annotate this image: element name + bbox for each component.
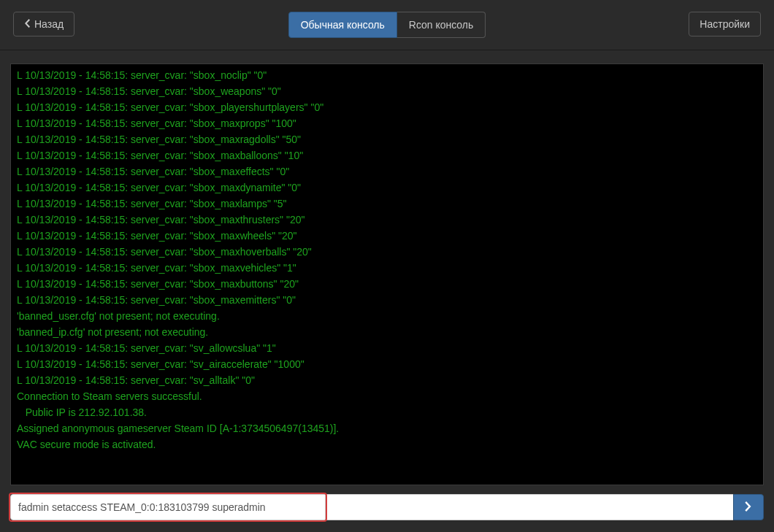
console-line: L 10/13/2019 - 14:58:15: server_cvar: "s…	[17, 212, 757, 228]
console-line: L 10/13/2019 - 14:58:15: server_cvar: "s…	[17, 372, 757, 388]
settings-label: Настройки	[700, 18, 750, 30]
chevron-right-icon	[745, 501, 752, 514]
chevron-left-icon	[24, 18, 30, 30]
tab-rcon-console[interactable]: Rcon консоль	[397, 12, 486, 38]
tab-normal-console[interactable]: Обычная консоль	[288, 12, 397, 38]
console-line: Assigned anonymous gameserver Steam ID […	[17, 420, 757, 436]
back-button[interactable]: Назад	[13, 12, 74, 36]
console-line: L 10/13/2019 - 14:58:15: server_cvar: "s…	[17, 99, 757, 115]
console-frame: L 10/13/2019 - 14:58:15: server_cvar: "s…	[10, 63, 764, 485]
console-line: L 10/13/2019 - 14:58:15: server_cvar: "s…	[17, 260, 757, 276]
console-tabs: Обычная консоль Rcon консоль	[288, 12, 486, 38]
command-row	[10, 494, 764, 520]
back-label: Назад	[34, 18, 64, 30]
console-line: L 10/13/2019 - 14:58:15: server_cvar: "s…	[17, 163, 757, 180]
console-output: L 10/13/2019 - 14:58:15: server_cvar: "s…	[11, 64, 763, 457]
console-line: L 10/13/2019 - 14:58:15: server_cvar: "s…	[17, 228, 757, 244]
app-shell: Назад Обычная консоль Rcon консоль Настр…	[0, 0, 774, 532]
command-input-wrap	[10, 494, 326, 520]
settings-button[interactable]: Настройки	[689, 12, 761, 36]
console-line: L 10/13/2019 - 14:58:15: server_cvar: "s…	[17, 292, 757, 308]
console-line: Public IP is 212.92.101.38.	[17, 404, 757, 420]
console-line: 'banned_ip.cfg' not present; not executi…	[17, 324, 757, 340]
console-line: L 10/13/2019 - 14:58:15: server_cvar: "s…	[17, 276, 757, 292]
send-button[interactable]	[733, 494, 764, 520]
command-input[interactable]	[10, 494, 326, 520]
console-line: L 10/13/2019 - 14:58:15: server_cvar: "s…	[17, 67, 757, 83]
topbar: Назад Обычная консоль Rcon консоль Настр…	[0, 0, 774, 50]
command-input-extension[interactable]	[326, 494, 733, 520]
console-line: VAC secure mode is activated.	[17, 436, 757, 452]
console-line: L 10/13/2019 - 14:58:15: server_cvar: "s…	[17, 115, 757, 131]
console-line: Connection to Steam servers successful.	[17, 388, 757, 404]
console-line: L 10/13/2019 - 14:58:15: server_cvar: "s…	[17, 340, 757, 356]
console-line: L 10/13/2019 - 14:58:15: server_cvar: "s…	[17, 356, 757, 372]
console-line: L 10/13/2019 - 14:58:15: server_cvar: "s…	[17, 83, 757, 99]
console-line: L 10/13/2019 - 14:58:15: server_cvar: "s…	[17, 180, 757, 196]
console-line: 'banned_user.cfg' not present; not execu…	[17, 308, 757, 324]
content-area: L 10/13/2019 - 14:58:15: server_cvar: "s…	[0, 50, 774, 532]
console-line: L 10/13/2019 - 14:58:15: server_cvar: "s…	[17, 131, 757, 147]
console-line: L 10/13/2019 - 14:58:15: server_cvar: "s…	[17, 196, 757, 212]
console-line: L 10/13/2019 - 14:58:15: server_cvar: "s…	[17, 244, 757, 260]
console-line: L 10/13/2019 - 14:58:15: server_cvar: "s…	[17, 147, 757, 163]
console-scroll[interactable]: L 10/13/2019 - 14:58:15: server_cvar: "s…	[11, 64, 763, 485]
